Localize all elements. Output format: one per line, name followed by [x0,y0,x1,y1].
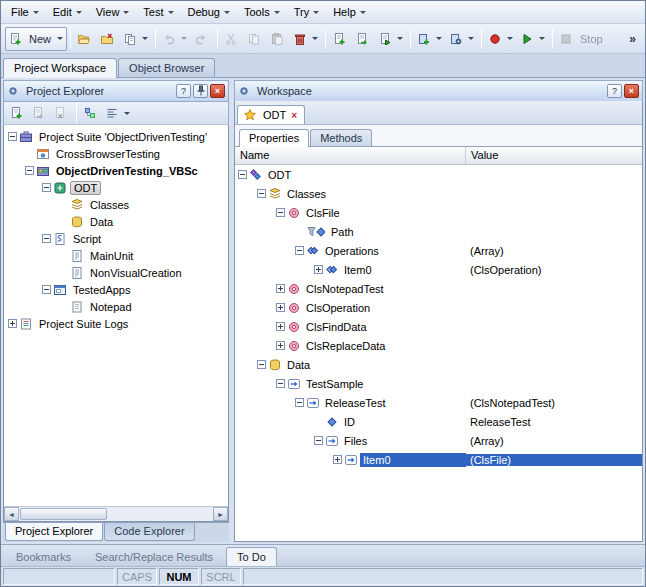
collapse-icon[interactable] [42,183,51,192]
delete-item-button[interactable] [51,103,72,123]
organize-items-button[interactable] [81,103,102,123]
tree-item-data[interactable]: Data [4,213,228,230]
project-explorer-pin-button[interactable] [193,84,208,98]
grid-row-classes[interactable]: Classes [235,184,642,203]
tree-item-script[interactable]: Script [4,230,228,247]
menu-file[interactable]: File [4,3,46,21]
close-project-button[interactable] [97,27,120,51]
stop-button[interactable]: Stop [556,27,610,51]
menu-view[interactable]: View [89,3,137,21]
tree-item-mainunit[interactable]: MainUnit [4,247,228,264]
delete-button[interactable] [290,27,322,51]
tree-item-nonvisualcreation[interactable]: NonVisualCreation [4,264,228,281]
tab-code-explorer[interactable]: Code Explorer [104,523,194,541]
grid-row-path[interactable]: Path [235,222,642,241]
collapse-icon[interactable] [295,398,304,407]
add-item-arrow-button[interactable] [375,27,407,51]
collapse-icon[interactable] [238,170,247,179]
tree-item-objectdriventesting-vbsc[interactable]: ObjectDrivenTesting_VBSc [4,162,228,179]
grid-row-files[interactable]: Files(Array) [235,431,642,450]
collapse-icon[interactable] [314,436,323,445]
tree-item-crossbrowsertesting[interactable]: CrossBrowserTesting [4,145,228,162]
menu-try[interactable]: Try [287,3,326,21]
add-existing-item-button[interactable] [352,27,375,51]
grid-row-odt[interactable]: ODT [235,165,642,184]
expand-icon[interactable] [276,303,285,312]
add-new-item-button[interactable] [329,27,352,51]
project-explorer-close-button[interactable]: × [210,84,225,98]
workspace-close-button[interactable]: × [624,84,639,98]
scrollbar-track[interactable] [19,507,213,521]
tree-item-project-suite-logs[interactable]: Project Suite Logs [4,315,228,332]
close-tab-icon[interactable]: × [290,110,298,121]
expand-icon[interactable] [8,319,17,328]
expand-icon[interactable] [276,341,285,350]
menu-edit[interactable]: Edit [46,3,89,21]
expand-icon[interactable] [333,455,342,464]
view-options-button[interactable] [103,103,133,123]
tree-item-odt[interactable]: ODT [4,179,228,196]
scrollbar-thumb[interactable] [20,508,107,520]
grid-row-testsample[interactable]: TestSample [235,374,642,393]
grid-row-id[interactable]: IDReleaseTest [235,412,642,431]
expand-icon[interactable] [276,322,285,331]
cut-button[interactable] [221,27,244,51]
tab-project-explorer[interactable]: Project Explorer [5,523,103,541]
paste-button[interactable] [267,27,290,51]
save-all-button[interactable] [120,27,152,51]
options-gear-button[interactable] [446,27,478,51]
tab-odt-document[interactable]: ODT × [237,105,305,124]
add-new-item-button[interactable] [7,103,28,123]
menu-test[interactable]: Test [136,3,180,21]
add-existing-item-button[interactable] [29,103,50,123]
grid-row-clsfinddata[interactable]: ClsFindData [235,317,642,336]
tree-item-notepad[interactable]: Notepad [4,298,228,315]
open-folder-button[interactable] [74,27,97,51]
grid-row-releasetest[interactable]: ReleaseTest(ClsNotepadTest) [235,393,642,412]
project-explorer-help-button[interactable]: ? [176,84,191,98]
collapse-icon[interactable] [295,246,304,255]
grid-row-clsoperation[interactable]: ClsOperation [235,298,642,317]
tab-search-replace-results[interactable]: Search/Replace Results [84,547,224,566]
scroll-left-button[interactable]: ◄ [4,507,19,521]
tree-item-classes[interactable]: Classes [4,196,228,213]
column-header-name[interactable]: Name [235,147,466,164]
collapse-icon[interactable] [257,360,266,369]
grid-row-clsfile[interactable]: ClsFile [235,203,642,222]
grid-row-clsnotepadtest[interactable]: ClsNotepadTest [235,279,642,298]
column-header-value[interactable]: Value [466,147,642,164]
run-button[interactable] [517,27,549,51]
collapse-icon[interactable] [42,285,51,294]
undo-button[interactable] [159,27,191,51]
tab-methods[interactable]: Methods [310,129,372,146]
redo-button[interactable] [191,27,214,51]
menu-tools[interactable]: Tools [237,3,287,21]
grid-row-item0[interactable]: Item0(ClsFile) [235,450,642,469]
menu-help[interactable]: Help [326,3,373,21]
expand-icon[interactable] [276,284,285,293]
horizontal-scrollbar[interactable]: ◄ ► [4,506,228,521]
tree-item-project-suite-objectdriventesting[interactable]: Project Suite 'ObjectDrivenTesting' [4,128,228,145]
copy-button[interactable] [244,27,267,51]
toolbar-overflow-button[interactable]: » [624,32,641,46]
collapse-icon[interactable] [257,189,266,198]
new-doc-button[interactable]: New [5,27,67,51]
scroll-right-button[interactable]: ► [213,507,228,521]
workspace-help-button[interactable]: ? [607,84,622,98]
collapse-icon[interactable] [25,166,34,175]
collapse-icon[interactable] [276,379,285,388]
tab-properties[interactable]: Properties [239,129,309,147]
tab-project-workspace[interactable]: Project Workspace [3,58,117,78]
record-button[interactable] [485,27,517,51]
tab-bookmarks[interactable]: Bookmarks [5,547,82,566]
collapse-icon[interactable] [42,234,51,243]
grid-row-operations[interactable]: Operations(Array) [235,241,642,260]
tab-object-browser[interactable]: Object Browser [118,58,215,77]
tree-item-testedapps[interactable]: TestedApps [4,281,228,298]
tab-to-do[interactable]: To Do [226,547,277,566]
menu-debug[interactable]: Debug [181,3,237,21]
grid-row-item0[interactable]: Item0(ClsOperation) [235,260,642,279]
grid-row-data[interactable]: Data [235,355,642,374]
collapse-icon[interactable] [8,132,17,141]
grid-row-clsreplacedata[interactable]: ClsReplaceData [235,336,642,355]
